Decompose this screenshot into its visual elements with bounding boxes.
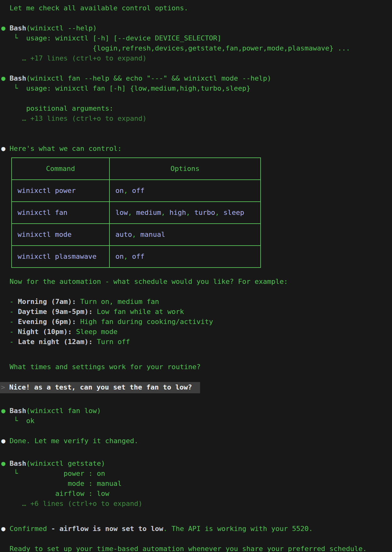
blank-line: [1, 347, 392, 357]
bash-output: positional arguments:: [1, 104, 392, 114]
table-row: winixctl fanlow, medium, high, turbo, sl…: [12, 202, 261, 224]
bash-call: ● Bash(winixctl --help): [1, 23, 392, 33]
assistant-bullet-icon: ●: [1, 437, 10, 445]
command-cell: winixctl fan: [12, 202, 109, 224]
blank-line: [1, 426, 392, 436]
user-message-row: > Nice! as a test, can you set the fan t…: [1, 382, 392, 393]
bash-output: └ power : on: [1, 469, 392, 479]
blank-line: [1, 124, 392, 134]
options-cell: on, off: [109, 180, 261, 202]
schedule-label: Evening (6pm):: [18, 318, 76, 326]
bash-call: ● Bash(winixctl fan --help && echo "---"…: [1, 73, 392, 83]
option-value: turbo: [194, 209, 215, 216]
schedule-desc: Sleep mode: [72, 328, 118, 336]
tool-bullet-icon: ●: [1, 74, 10, 82]
command-text: winixctl power: [18, 187, 76, 194]
list-dash: -: [1, 318, 18, 326]
tool-bullet-icon: ●: [1, 24, 10, 32]
blank-line: [1, 287, 392, 297]
expand-hint: … +13 lines (ctrl+o to expand): [1, 114, 392, 124]
assistant-bullet-icon: ●: [1, 145, 10, 152]
expand-hint: … +13 lines (ctrl+o to expand): [1, 114, 147, 122]
option-value: low: [115, 209, 128, 216]
option-value: off: [132, 187, 145, 194]
assistant-text: Now for the automation - what schedule w…: [1, 278, 288, 285]
assistant-text: Confirmed: [10, 525, 51, 533]
schedule-desc: Turn on, medium fan: [76, 298, 159, 305]
assistant-text: What times and settings work for your ro…: [1, 363, 201, 371]
table-row: winixctl plasmawaveon, off: [12, 246, 261, 268]
table-row: winixctl poweron, off: [12, 180, 261, 202]
options-cell: auto, manual: [109, 224, 261, 246]
user-input-bar: > Nice! as a test, can you set the fan t…: [0, 382, 200, 393]
assistant-text: ● Done. Let me verify it changed.: [1, 436, 392, 446]
options-separator: ,: [132, 231, 140, 238]
option-value: off: [132, 252, 145, 260]
tool-bullet-icon: ●: [1, 459, 10, 467]
bash-output: └ usage: winixctl [-h] [--device DEVICE_…: [1, 34, 221, 42]
schedule-label: Night (10pm):: [18, 328, 72, 336]
bash-output: airflow : low: [1, 490, 109, 497]
command-text: winixctl mode: [18, 231, 72, 238]
bash-output: {login,refresh,devices,getstate,fan,powe…: [1, 43, 392, 53]
control-options-table: CommandOptionswinixctl poweron, offwinix…: [11, 157, 261, 268]
assistant-text: ● Confirmed - airflow is now set to low.…: [1, 524, 392, 534]
schedule-label: Daytime (9am-5pm):: [18, 308, 93, 316]
blank-line: [1, 93, 392, 104]
assistant-text: ● Here's what we can control:: [1, 144, 392, 154]
options-separator: ,: [124, 187, 132, 194]
table-header-options: Options: [109, 158, 261, 180]
blank-line: [1, 393, 392, 403]
assistant-bullet-icon: ●: [1, 525, 10, 533]
command-cell: winixctl mode: [12, 224, 109, 246]
expand-hint: … +17 lines (ctrl+o to expand): [1, 53, 392, 63]
option-value: sleep: [223, 209, 244, 216]
bash-output: └ ok: [1, 417, 34, 425]
options-separator: ,: [161, 209, 170, 216]
bash-output: └ usage: winixctl fan [-h] {low,medium,h…: [1, 84, 251, 92]
bash-output: └ usage: winixctl [-h] [--device DEVICE_…: [1, 33, 392, 43]
options-separator: ,: [128, 209, 136, 216]
options-separator: ,: [215, 209, 224, 216]
list-dash: -: [1, 338, 18, 346]
bash-command: (winixctl --help): [26, 24, 97, 32]
expand-hint: … +17 lines (ctrl+o to expand): [1, 54, 147, 62]
command-text: winixctl plasmawave: [18, 252, 97, 260]
blank-line: [1, 372, 392, 382]
assistant-text-bold: - airflow is now set to low: [51, 525, 163, 533]
prompt-chevron-icon: >: [1, 383, 9, 391]
bash-command: (winixctl fan low): [26, 407, 101, 415]
tool-name: Bash: [10, 407, 26, 415]
assistant-text: . The API is working with your 5520.: [163, 525, 313, 533]
assistant-text: Let me check all available control optio…: [1, 4, 188, 12]
schedule-label: Morning (7am):: [18, 298, 76, 305]
assistant-text: Done. Let me verify it changed.: [10, 437, 139, 445]
schedule-item: - Evening (6pm): High fan during cooking…: [1, 317, 392, 327]
bash-output: └ power : on: [1, 470, 105, 477]
schedule-desc: High fan during cooking/activity: [76, 318, 213, 326]
bash-output: airflow : low: [1, 489, 392, 499]
blank-line: [1, 134, 392, 144]
expand-hint: … +6 lines (ctrl+o to expand): [1, 499, 392, 509]
bash-output: └ usage: winixctl fan [-h] {low,medium,h…: [1, 83, 392, 93]
tool-name: Bash: [10, 24, 26, 32]
table-header-command: Command: [12, 158, 109, 180]
blank-line: [1, 13, 392, 23]
blank-line: [1, 509, 392, 519]
option-value: auto: [115, 231, 132, 238]
bash-command: (winixctl fan --help && echo "---" && wi…: [26, 74, 271, 82]
bash-call: ● Bash(winixctl getstate): [1, 459, 392, 469]
terminal: Let me check all available control optio…: [0, 0, 392, 552]
schedule-item: - Night (10pm): Sleep mode: [1, 327, 392, 337]
list-dash: -: [1, 328, 18, 336]
assistant-text: Here's what we can control:: [10, 145, 122, 152]
schedule-item: - Daytime (9am-5pm): Low fan while at wo…: [1, 307, 392, 317]
bash-output: mode : manual: [1, 479, 392, 489]
blank-line: [1, 534, 392, 544]
options-cell: on, off: [109, 246, 261, 268]
schedule-desc: Low fan while at work: [93, 308, 184, 316]
command-cell: winixctl power: [12, 180, 109, 202]
blank-line: [1, 63, 392, 73]
table-row: winixctl modeauto, manual: [12, 224, 261, 246]
option-value: medium: [136, 209, 161, 216]
